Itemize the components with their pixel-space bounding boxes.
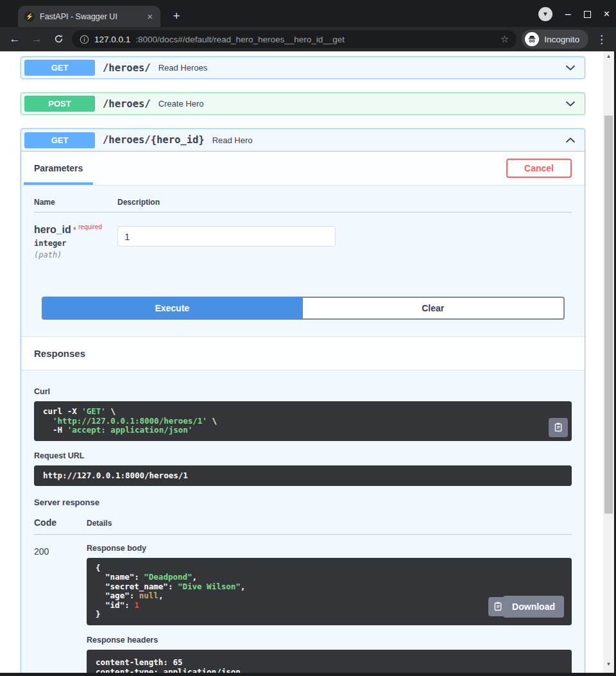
request-url-value: http://127.0.0.1:8000/heroes/1 bbox=[43, 471, 188, 481]
response-details: Response body Download { "name": "Deadpo… bbox=[87, 544, 572, 673]
name-column-header: Name bbox=[34, 198, 117, 207]
code-line: "secret_name": "Dive Wilson", bbox=[96, 582, 563, 592]
chevron-down-icon[interactable] bbox=[565, 101, 576, 107]
code-line: "name": "Deadpond", bbox=[96, 573, 563, 582]
browser-tab[interactable]: ⚡ FastAPI - Swagger UI × bbox=[18, 6, 160, 27]
swagger-page: GET /heroes/ Read Heroes POST /heroes/ C… bbox=[0, 51, 603, 673]
tab-parameters[interactable]: Parameters bbox=[34, 152, 93, 185]
scroll-down-icon[interactable]: ▼ bbox=[603, 659, 614, 670]
operation-path: /heroes/ bbox=[103, 62, 151, 74]
clear-button[interactable]: Clear bbox=[303, 297, 565, 320]
method-badge: GET bbox=[24, 132, 95, 148]
opblock-get-hero-id: GET /heroes/{hero_id} Read Hero Paramete… bbox=[21, 128, 585, 673]
required-label: required bbox=[78, 223, 102, 230]
opblock-get-heroes: GET /heroes/ Read Heroes bbox=[21, 56, 585, 79]
parameters-body: Name Description hero_id*required intege… bbox=[21, 185, 585, 275]
response-body-block: Download { "name": "Deadpond", "secret_n… bbox=[87, 558, 572, 625]
curl-code-block: curl -X 'GET' \ 'http://127.0.0.1:8000/h… bbox=[34, 401, 572, 441]
required-star: * bbox=[73, 225, 76, 235]
parameters-table-header: Name Description bbox=[34, 198, 572, 207]
bookmark-star-icon[interactable]: ☆ bbox=[501, 33, 509, 45]
responses-body: Curl curl -X 'GET' \ 'http://127.0.0.1:8… bbox=[21, 370, 585, 673]
responses-section-header: Responses bbox=[21, 336, 585, 370]
parameter-type: integer bbox=[34, 239, 117, 248]
download-button[interactable]: Download bbox=[503, 596, 564, 618]
scrollbar-thumb[interactable] bbox=[604, 116, 613, 514]
response-row: 200 Response body Download { "name": "De… bbox=[34, 544, 572, 673]
response-headers-label: Response headers bbox=[87, 636, 572, 645]
response-body-label: Response body bbox=[87, 544, 572, 553]
copy-curl-button[interactable] bbox=[549, 418, 568, 437]
fastapi-favicon-icon: ⚡ bbox=[24, 12, 35, 22]
scrollbar[interactable]: ▲ ▼ bbox=[603, 51, 614, 673]
minimize-icon[interactable]: – bbox=[565, 11, 571, 17]
clipboard-icon bbox=[554, 422, 563, 432]
description-column-header: Description bbox=[117, 198, 572, 207]
parameters-section-header: Parameters Cancel bbox=[21, 152, 585, 185]
cancel-button[interactable]: Cancel bbox=[506, 159, 572, 178]
parameter-name: hero_id bbox=[34, 224, 71, 235]
divider bbox=[34, 534, 572, 535]
opblock-summary[interactable]: GET /heroes/{hero_id} Read Hero bbox=[21, 129, 585, 152]
execute-wrapper: Execute Clear bbox=[42, 297, 565, 320]
window-controls: ▾ – × bbox=[538, 5, 610, 23]
titlebar: ⚡ FastAPI - Swagger UI × + ▾ – × bbox=[0, 0, 616, 27]
method-badge: GET bbox=[24, 60, 95, 76]
response-header-line: content-length: 65 bbox=[96, 657, 563, 667]
response-header-line: content-type: application/json bbox=[96, 667, 563, 673]
parameter-info: hero_id*required integer (path) bbox=[34, 223, 117, 259]
code-column-header: Code bbox=[34, 517, 87, 528]
tab-close-icon[interactable]: × bbox=[146, 12, 154, 21]
status-code: 200 bbox=[34, 544, 87, 673]
server-response-label: Server response bbox=[34, 498, 572, 507]
incognito-badge: Incognito bbox=[522, 30, 588, 49]
window-bottom-edge bbox=[0, 673, 616, 676]
code-line: { bbox=[96, 564, 563, 573]
parameter-value-cell bbox=[117, 223, 336, 259]
divider bbox=[34, 212, 572, 212]
operation-summary: Read Heroes bbox=[158, 63, 208, 73]
browser-toolbar: ← → 127.0.0.1:8000/docs#/default/read_he… bbox=[0, 27, 616, 51]
url-bar[interactable]: 127.0.0.1:8000/docs#/default/read_hero_h… bbox=[72, 30, 517, 48]
response-headers-block: content-length: 65 content-type: applica… bbox=[87, 650, 572, 673]
code-line: 'http://127.0.0.1:8000/heroes/1' \ bbox=[43, 417, 563, 426]
operation-summary: Create Hero bbox=[158, 99, 204, 108]
maximize-icon[interactable] bbox=[584, 11, 591, 18]
operation-summary: Read Hero bbox=[212, 135, 253, 145]
parameter-row: hero_id*required integer (path) bbox=[34, 223, 572, 275]
request-url-label: Request URL bbox=[34, 451, 572, 460]
scroll-up-icon[interactable]: ▲ bbox=[603, 51, 614, 62]
request-url-block: http://127.0.0.1:8000/heroes/1 bbox=[34, 465, 572, 486]
browser-window: ⚡ FastAPI - Swagger UI × + ▾ – × ← → 127… bbox=[0, 0, 616, 676]
url-path: :8000/docs#/default/read_hero_heroes__he… bbox=[135, 35, 495, 44]
response-table-header: Code Details bbox=[34, 517, 572, 528]
incognito-label: Incognito bbox=[544, 35, 579, 44]
chevron-down-icon[interactable] bbox=[565, 65, 576, 71]
clipboard-icon bbox=[494, 602, 502, 611]
hero-id-input[interactable] bbox=[117, 226, 336, 247]
url-host: 127.0.0.1 bbox=[94, 35, 130, 44]
new-tab-button[interactable]: + bbox=[168, 8, 185, 25]
operation-path: /heroes/ bbox=[103, 98, 151, 110]
chevron-up-icon[interactable] bbox=[565, 137, 576, 143]
browser-menu-icon[interactable]: ⋮ bbox=[594, 33, 610, 46]
incognito-icon bbox=[525, 32, 539, 46]
operation-path: /heroes/{hero_id} bbox=[103, 134, 205, 146]
window-close-icon[interactable]: × bbox=[604, 10, 610, 19]
code-line: -H 'accept: application/json' bbox=[43, 426, 563, 435]
forward-icon[interactable]: → bbox=[28, 31, 45, 48]
details-column-header: Details bbox=[87, 519, 112, 528]
tab-search-icon[interactable]: ▾ bbox=[538, 7, 552, 21]
opblock-summary[interactable]: GET /heroes/ Read Heroes bbox=[21, 57, 585, 78]
execute-button[interactable]: Execute bbox=[42, 297, 303, 320]
code-line: curl -X 'GET' \ bbox=[43, 407, 563, 417]
info-icon bbox=[80, 35, 89, 44]
opblock-post-heroes: POST /heroes/ Create Hero bbox=[21, 92, 585, 115]
tab-title: FastAPI - Swagger UI bbox=[40, 12, 141, 21]
method-badge: POST bbox=[24, 96, 95, 112]
reload-icon[interactable] bbox=[50, 31, 67, 48]
opblock-summary[interactable]: POST /heroes/ Create Hero bbox=[21, 93, 585, 114]
parameter-location: (path) bbox=[34, 250, 117, 259]
back-icon[interactable]: ← bbox=[6, 31, 23, 48]
curl-label: Curl bbox=[34, 387, 572, 396]
